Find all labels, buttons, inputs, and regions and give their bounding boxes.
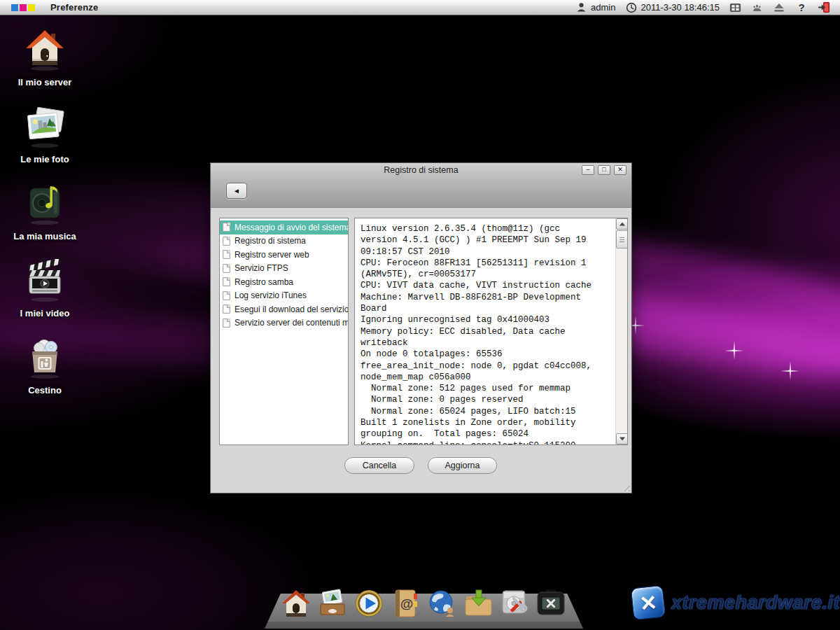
dock-photos[interactable] [316, 585, 349, 619]
datetime-label: 2011-3-30 18:46:15 [640, 2, 720, 13]
dock-media-player[interactable] [353, 585, 385, 619]
desktop-icon-label: Le mie foto [6, 154, 84, 164]
scroll-down-button[interactable] [616, 433, 628, 444]
window-title: Registro di sistema [211, 165, 631, 175]
sparkle [732, 349, 736, 352]
maximize-button[interactable]: □ [598, 165, 610, 175]
disk-utility-icon [499, 588, 530, 619]
help-icon[interactable]: ? [794, 1, 808, 13]
log-text: Linux version 2.6.35.4 (thom@11z) (gcc v… [355, 218, 615, 444]
list-item-download[interactable]: Esegui il download del servizio [220, 302, 348, 316]
dock: @ [280, 585, 567, 619]
document-icon [223, 264, 230, 273]
home-icon [24, 28, 65, 71]
logo-square-blue [11, 4, 18, 11]
clock-display: 2011-3-30 18:46:15 [625, 1, 720, 13]
log-category-list: Messaggio di avvio del sistema Registro … [219, 218, 349, 445]
home-icon [281, 588, 312, 619]
user-icon [575, 1, 587, 13]
system-log-window: Registro di sistema – □ ✕ ◄ Messaggio di… [210, 162, 632, 493]
list-item-samba[interactable]: Registro samba [220, 275, 348, 289]
list-item-ftps[interactable]: Servizio FTPS [220, 262, 348, 276]
list-item-registro-sistema[interactable]: Registro di sistema [220, 234, 348, 248]
dock-contacts[interactable]: @ [389, 585, 421, 619]
list-item-media-server[interactable]: Servizio server dei contenuti multimedia… [220, 316, 348, 330]
top-menubar: Preferenze admin 2011-3-30 18:46:15 ? [0, 0, 840, 15]
clock-icon [625, 1, 637, 13]
dashboard-icon[interactable] [751, 1, 763, 13]
music-icon [24, 182, 65, 225]
scrollbar[interactable] [615, 218, 627, 444]
log-content-panel: Linux version 2.6.35.4 (thom@11z) (gcc v… [354, 218, 628, 445]
close-button[interactable]: ✕ [614, 165, 626, 175]
dock-downloads[interactable] [462, 585, 494, 619]
logout-icon[interactable] [818, 1, 830, 13]
desktop-icon-video[interactable]: I miei video [6, 259, 84, 318]
document-icon [223, 223, 230, 232]
media-player-icon [354, 588, 384, 619]
download-folder-icon [463, 588, 493, 619]
window-header[interactable]: Registro di sistema – □ ✕ ◄ [211, 163, 631, 208]
desktop-icon-musica[interactable]: La mia musica [6, 182, 84, 241]
desktop-icon-label: La mia musica [6, 231, 84, 241]
user-menu[interactable]: admin [575, 1, 615, 13]
contacts-icon: @ [391, 588, 420, 619]
desktop-icon-server[interactable]: Il mio server [6, 28, 84, 88]
photo-box-icon [316, 588, 349, 619]
list-item-itunes[interactable]: Log servizio iTunes [220, 289, 348, 303]
document-icon [223, 304, 230, 314]
desktop-icon-label: I miei video [6, 308, 84, 318]
desktop-icon-label: Il mio server [6, 77, 84, 88]
windows-icon[interactable] [729, 1, 741, 13]
backup-tools-icon [535, 588, 567, 619]
logo-square-yellow [28, 4, 35, 11]
watermark: ✕ xtremehardware.it [632, 587, 840, 619]
desktop-icon-label: Cestino [6, 385, 84, 396]
menu-preferenze[interactable]: Preferenze [50, 2, 98, 13]
document-icon [223, 277, 230, 286]
username-label: admin [591, 2, 615, 13]
resize-grip[interactable] [622, 483, 630, 491]
cancel-button[interactable]: Cancella [344, 457, 414, 474]
brand-logo [11, 4, 35, 11]
back-button[interactable]: ◄ [226, 183, 247, 199]
document-icon [223, 318, 230, 328]
xtremehardware-badge-icon: ✕ [631, 585, 666, 621]
eject-icon[interactable] [773, 1, 785, 13]
sparkle [788, 369, 792, 372]
document-icon [223, 291, 230, 300]
desktop-icon-foto[interactable]: Le mie foto [6, 105, 84, 164]
scroll-up-button[interactable] [616, 218, 628, 230]
minimize-button[interactable]: – [582, 165, 594, 175]
dock-web-sharing[interactable] [426, 585, 458, 619]
sparkle [634, 323, 637, 327]
svg-text:@: @ [400, 596, 414, 611]
dock-backup-tools[interactable] [535, 585, 567, 619]
dock-home[interactable] [280, 585, 312, 619]
desktop-icon-cestino[interactable]: Cestino [6, 336, 84, 396]
videos-icon [24, 259, 65, 302]
trash-icon [24, 336, 65, 379]
refresh-button[interactable]: Aggiorna [428, 457, 497, 474]
photos-icon [24, 105, 65, 148]
scroll-thumb[interactable] [616, 230, 628, 248]
watermark-text: xtremehardware.it [671, 592, 840, 614]
logo-square-magenta [20, 4, 27, 11]
list-item-registro-web[interactable]: Registro server web [220, 248, 348, 262]
document-icon [223, 250, 230, 259]
list-item-avvio-sistema[interactable]: Messaggio di avvio del sistema [220, 220, 348, 234]
dock-disk-utility[interactable] [498, 585, 531, 619]
web-sharing-icon [426, 588, 457, 619]
document-icon [223, 237, 230, 246]
